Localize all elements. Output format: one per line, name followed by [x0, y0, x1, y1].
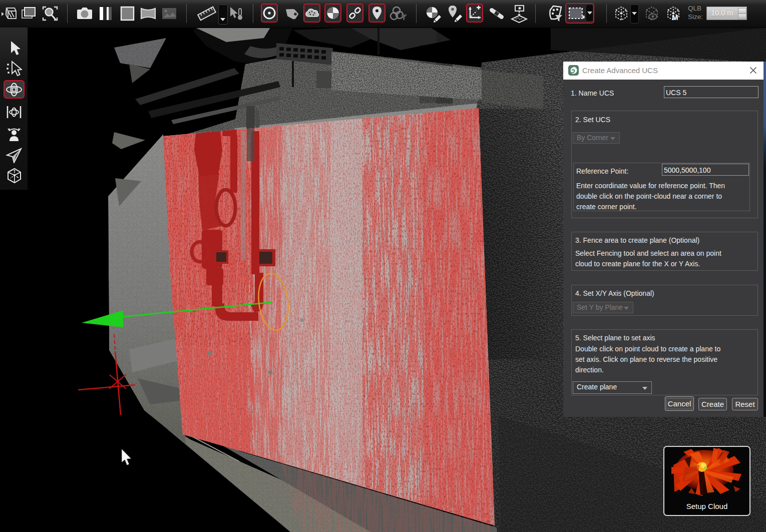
- svg-text:M: M: [672, 13, 678, 22]
